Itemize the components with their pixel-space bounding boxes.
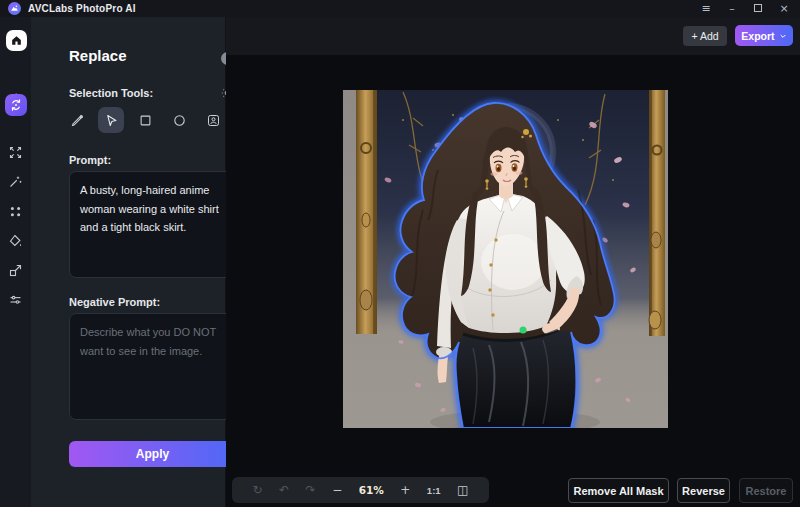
reset-view-icon[interactable]: ↻ [252,484,262,496]
app-title: AVCLabs PhotoPro AI [28,3,136,14]
remove-object-tool-icon[interactable] [7,203,24,220]
expand-tool-icon[interactable] [7,144,24,161]
reverse-button[interactable]: Reverse [677,478,730,503]
rectangle-select-icon[interactable] [132,107,158,133]
negative-prompt-label: Negative Prompt: [69,296,160,308]
menu-icon[interactable]: ≡ [700,3,712,14]
compare-icon[interactable]: ◫ [457,484,468,496]
replace-tool-icon-active[interactable] [5,94,27,116]
ellipse-select-icon[interactable] [166,107,192,133]
maximize-button[interactable] [752,3,764,14]
edited-image[interactable] [343,90,668,428]
actual-size-button[interactable]: 1:1 [427,485,441,496]
undo-icon[interactable]: ↶ [279,484,289,496]
chevron-down-icon [779,32,787,40]
page-title: Replace [69,47,127,64]
upscale-tool-icon[interactable] [7,262,24,279]
prompt-label: Prompt: [69,154,111,166]
tool-panel: Replace i Selection Tools: [31,17,226,507]
minimize-button[interactable]: – [726,3,738,14]
subject-select-icon[interactable] [200,107,226,133]
prompt-input[interactable]: A busty, long-haired anime woman wearing… [69,171,236,278]
app-window: AVCLabs PhotoPro AI ≡ – × [0,0,800,507]
app-logo-icon [8,2,21,15]
restore-button[interactable]: Restore [739,478,793,503]
brush-select-icon[interactable] [64,107,90,133]
export-button[interactable]: Export [735,25,793,46]
negative-prompt-input[interactable] [69,313,236,420]
magic-wand-tool-icon[interactable] [7,173,24,190]
apply-button[interactable]: Apply [69,441,236,467]
home-icon[interactable] [6,30,27,51]
close-button[interactable]: × [778,3,790,14]
remove-all-mask-button[interactable]: Remove All Mask [568,478,669,503]
zoom-out-icon[interactable]: − [332,484,342,496]
sidebar [0,17,31,507]
zoom-level: 61% [359,485,384,496]
adjustments-tool-icon[interactable] [7,291,24,308]
add-button[interactable]: + Add [683,26,727,46]
mask-point-marker [520,327,527,334]
arrow-select-icon-active[interactable] [98,107,124,133]
selection-tools-label: Selection Tools: [69,87,153,99]
titlebar: AVCLabs PhotoPro AI ≡ – × [0,0,800,17]
export-label: Export [741,30,774,42]
redo-icon[interactable]: ↷ [306,484,316,496]
colorize-tool-icon[interactable] [7,232,24,249]
zoom-toolbar: ↻ ↶ ↷ − 61% + 1:1 ◫ [232,477,489,503]
zoom-in-icon[interactable]: + [400,484,410,496]
